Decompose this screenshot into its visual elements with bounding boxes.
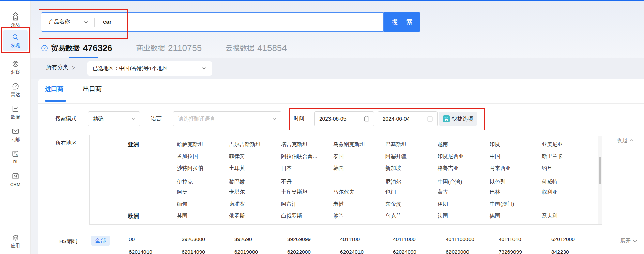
region-item[interactable]: 也门: [385, 189, 396, 196]
region-item[interactable]: 阿富汗: [281, 201, 297, 208]
scrollbar-thumb[interactable]: [599, 157, 601, 184]
region-item[interactable]: 俄罗斯: [229, 212, 245, 220]
region-item[interactable]: 叙利亚: [542, 189, 558, 196]
tab-exporters[interactable]: 出口商: [83, 85, 102, 93]
region-item[interactable]: 斯洛文尼亚: [438, 224, 464, 225]
region-item[interactable]: 白俄罗斯: [281, 212, 302, 220]
region-item[interactable]: 巴林: [490, 189, 500, 196]
hs-all-badge[interactable]: 全部: [91, 236, 110, 246]
search-keyword-input[interactable]: car: [103, 19, 112, 26]
date-end-input[interactable]: 2024-06-04: [378, 111, 438, 126]
region-item[interactable]: 巴基斯坦: [385, 141, 407, 148]
search-bar[interactable]: 产品名称 car: [41, 12, 384, 32]
region-item[interactable]: 土耳其: [229, 165, 245, 172]
region-item[interactable]: 塞浦路斯: [490, 224, 511, 225]
region-item[interactable]: 芬兰: [229, 224, 240, 225]
region-item[interactable]: 尼泊尔: [385, 178, 401, 186]
hs-code-item[interactable]: 40111010: [499, 236, 551, 244]
region-item[interactable]: 东帝汶: [385, 201, 401, 208]
hs-code-item[interactable]: 392690: [234, 236, 287, 244]
search-mode-select[interactable]: 精确: [88, 111, 140, 126]
region-item[interactable]: 泰国: [333, 153, 344, 160]
hs-code-item[interactable]: 39269099: [287, 236, 340, 244]
region-item[interactable]: 阿拉伯联合酋...: [281, 153, 317, 160]
hs-code-item[interactable]: 62014010: [129, 249, 182, 254]
region-item[interactable]: 比利时: [385, 224, 401, 225]
region-item[interactable]: 意大利: [542, 212, 558, 220]
sidebar-item-发现[interactable]: 发现: [3, 30, 28, 51]
region-item[interactable]: 约旦: [542, 165, 552, 172]
sidebar-item-我的[interactable]: 我的: [3, 10, 28, 31]
region-item[interactable]: 伊拉克: [177, 178, 193, 186]
region-item[interactable]: 中国(台湾): [438, 178, 462, 186]
hs-code-item[interactable]: 62014090: [182, 249, 234, 254]
tab-importers[interactable]: 进口商: [45, 85, 63, 93]
region-item[interactable]: 阿尔巴尼亚: [542, 224, 568, 225]
sidebar-item-云邮[interactable]: 云邮: [3, 124, 28, 145]
region-item[interactable]: 中国: [490, 153, 500, 160]
region-item[interactable]: 吉尔吉斯斯坦: [229, 141, 261, 148]
selected-region-dropdown[interactable]: 已选地区：中国(香港)等1个地区: [87, 61, 212, 76]
region-item[interactable]: 蒙古: [438, 189, 448, 196]
expand-link[interactable]: 展开: [620, 237, 637, 244]
hs-code-item[interactable]: 4011100000: [446, 236, 499, 244]
region-item[interactable]: 不丹: [281, 178, 292, 186]
region-item[interactable]: 希腊: [333, 224, 344, 225]
region-item[interactable]: 孟加拉国: [177, 153, 198, 160]
hs-code-item[interactable]: 62012000: [551, 236, 604, 244]
region-item[interactable]: 格鲁吉亚: [438, 165, 459, 172]
hs-code-item[interactable]: 40111000: [393, 236, 446, 244]
region-item[interactable]: 中国(澳门): [490, 201, 514, 208]
language-select[interactable]: 请选择翻译语言: [173, 111, 281, 126]
hs-code-item[interactable]: 39263000: [182, 236, 234, 244]
region-item[interactable]: 马来西亚: [490, 165, 511, 172]
hs-code-item[interactable]: 62029000: [446, 249, 499, 254]
region-item[interactable]: 印度: [490, 141, 500, 148]
region-item[interactable]: 菲律宾: [229, 153, 245, 160]
region-item[interactable]: 马尔代夫: [333, 189, 354, 196]
region-item[interactable]: 越南: [438, 141, 448, 148]
tab-business-data[interactable]: 商业数据 2110755: [136, 41, 202, 55]
region-item[interactable]: 波兰: [333, 212, 344, 220]
region-item[interactable]: 沙特阿拉伯: [177, 165, 203, 172]
search-category-dropdown[interactable]: 产品名称: [41, 18, 94, 26]
region-item[interactable]: 德国: [490, 212, 500, 220]
region-item[interactable]: 乌克兰: [385, 212, 401, 220]
search-button[interactable]: 搜 索: [384, 12, 420, 32]
region-item[interactable]: 卡塔尔: [229, 189, 245, 196]
tab-cloud-search-data[interactable]: 云搜数据 415854: [226, 41, 287, 55]
hs-code-item[interactable]: 62024010: [340, 249, 393, 254]
region-item[interactable]: 斯里兰卡: [542, 153, 563, 160]
region-item[interactable]: 新加坡: [385, 165, 401, 172]
region-item[interactable]: 亚美尼亚: [542, 141, 563, 148]
region-item[interactable]: 阿塞拜疆: [385, 153, 407, 160]
date-start-input[interactable]: 2023-06-05: [314, 111, 374, 126]
quick-options-button[interactable]: ⌘ 快捷选项: [439, 112, 477, 126]
sidebar-item-应用[interactable]: 应用: [3, 230, 28, 251]
region-item[interactable]: 柬埔寨: [229, 201, 245, 208]
region-item[interactable]: 西班牙: [177, 224, 193, 225]
region-item[interactable]: 土库曼斯坦: [281, 189, 308, 196]
region-item[interactable]: 以色列: [490, 178, 506, 186]
hs-code-item[interactable]: 842230: [551, 249, 604, 254]
region-item[interactable]: 乌兹别克斯坦: [333, 141, 365, 148]
hs-code-item[interactable]: 73269099: [499, 249, 551, 254]
question-circle-icon[interactable]: ?: [41, 45, 48, 52]
sidebar-item-数据[interactable]: 数据: [3, 101, 28, 123]
region-item[interactable]: 阿曼: [177, 189, 187, 196]
tab-trade-data[interactable]: ? 贸易数据 476326: [41, 41, 112, 55]
region-item[interactable]: 英国: [177, 212, 187, 220]
sidebar-item-BI[interactable]: BIBI: [3, 146, 28, 168]
region-item[interactable]: 伊朗: [438, 201, 448, 208]
breadcrumb[interactable]: 所有分类 >: [46, 64, 75, 71]
region-item[interactable]: 韩国: [333, 165, 344, 172]
hs-code-item[interactable]: 62019000: [234, 249, 287, 254]
hs-code-item[interactable]: 62022000: [287, 249, 340, 254]
region-item[interactable]: 日本: [281, 165, 292, 172]
region-item[interactable]: 黎巴嫩: [229, 178, 245, 186]
hs-code-item[interactable]: 00: [129, 236, 182, 244]
sidebar-item-雷达[interactable]: 雷达: [3, 79, 28, 100]
hs-code-item[interactable]: 4011100: [340, 236, 393, 244]
region-item[interactable]: 哈萨克斯坦: [177, 141, 203, 148]
region-item[interactable]: 缅甸: [177, 201, 187, 208]
